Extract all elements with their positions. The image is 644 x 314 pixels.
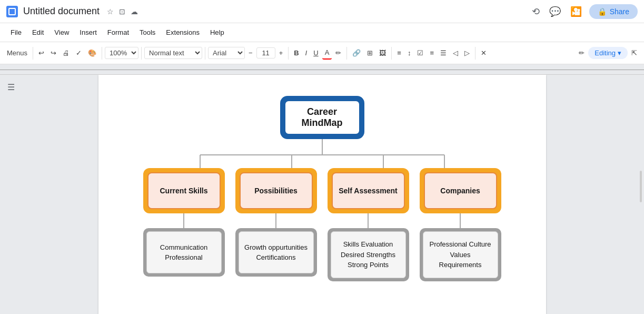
print-button[interactable]: 🖨 bbox=[60, 47, 72, 59]
root-connector-svg bbox=[138, 139, 507, 168]
branch-connector-0 bbox=[183, 213, 184, 228]
child-text-current-skills: CommunicationProfessional bbox=[160, 242, 207, 263]
align-button[interactable]: ≡ bbox=[394, 47, 404, 59]
image-button[interactable]: 🖼 bbox=[377, 47, 389, 59]
numbered-list-button[interactable]: ☰ bbox=[438, 47, 449, 59]
child-label-current-skills: CommunicationProfessional bbox=[146, 231, 222, 273]
zoom-select[interactable]: 100% bbox=[105, 47, 138, 59]
bold-button[interactable]: B bbox=[291, 47, 301, 59]
italic-button[interactable]: I bbox=[303, 47, 310, 59]
undo-button[interactable]: ↩ bbox=[36, 47, 47, 59]
branch-current-skills: Current Skills CommunicationProfessional bbox=[143, 168, 225, 277]
share-lock-icon: 🔒 bbox=[598, 7, 607, 16]
clear-format-button[interactable]: ✕ bbox=[478, 47, 489, 59]
app-icon bbox=[6, 6, 18, 17]
menu-edit[interactable]: Edit bbox=[28, 26, 48, 38]
edit-icon-button[interactable]: ✏ bbox=[576, 47, 587, 59]
menus-button[interactable]: Menus bbox=[4, 47, 30, 59]
parent-node-companies: Companies bbox=[420, 168, 501, 213]
doc-title: Untitled document bbox=[23, 6, 100, 17]
folder-icon[interactable]: ⊡ bbox=[119, 7, 125, 16]
font-select[interactable]: Arial bbox=[208, 47, 245, 59]
share-label: Share bbox=[610, 7, 629, 16]
divider-8 bbox=[475, 47, 475, 60]
menu-format[interactable]: Format bbox=[103, 26, 133, 38]
top-bar: Untitled document ☆ ⊡ ☁ ⟲ 💬 🎦 🔒 Share bbox=[0, 0, 644, 23]
divider-4 bbox=[205, 47, 205, 60]
style-select[interactable]: Normal text bbox=[144, 47, 202, 59]
font-size-input[interactable] bbox=[256, 47, 275, 58]
mindmap: Career MindMap bbox=[120, 91, 525, 281]
meet-button[interactable]: 🎦 bbox=[568, 4, 584, 19]
link-button[interactable]: 🔗 bbox=[350, 47, 363, 59]
divider-2 bbox=[102, 47, 102, 60]
font-increase-button[interactable]: + bbox=[276, 47, 286, 59]
child-label-self-assessment: Skills EvaluationDesired StrengthsStrong… bbox=[331, 231, 406, 278]
doc-page: Career MindMap bbox=[98, 75, 546, 314]
branch-connector-2 bbox=[368, 213, 369, 228]
table-button[interactable]: ⊞ bbox=[364, 47, 375, 59]
menu-bar: File Edit View Insert Format Tools Exten… bbox=[0, 23, 644, 42]
divider-3 bbox=[141, 47, 142, 60]
branch-possibilities: Possibilities Growth oppurtunitiesCertif… bbox=[235, 168, 317, 277]
menu-insert[interactable]: Insert bbox=[75, 26, 101, 38]
divider-6 bbox=[346, 47, 347, 60]
editing-label: Editing bbox=[595, 49, 616, 57]
text-color-button[interactable]: A bbox=[322, 46, 332, 60]
child-node-current-skills: CommunicationProfessional bbox=[143, 228, 225, 277]
menu-extensions[interactable]: Extensions bbox=[162, 26, 204, 38]
paint-format-button[interactable]: 🎨 bbox=[85, 47, 99, 59]
branch-connector-1 bbox=[275, 213, 276, 228]
child-node-companies: Professional CultureValuesRequirements bbox=[420, 228, 501, 281]
indent-decrease-button[interactable]: ◁ bbox=[450, 47, 461, 59]
branch-companies: Companies Professional CultureValuesRequ… bbox=[420, 168, 501, 281]
expand-button[interactable]: ⇱ bbox=[629, 47, 640, 59]
editing-mode-button[interactable]: Editing ▾ bbox=[588, 47, 628, 59]
menu-view[interactable]: View bbox=[50, 26, 73, 38]
ruler bbox=[0, 64, 644, 75]
comments-button[interactable]: 💬 bbox=[547, 4, 563, 19]
divider-5 bbox=[288, 47, 289, 60]
parent-label-possibilities: Possibilities bbox=[240, 172, 313, 209]
list-button[interactable]: ≡ bbox=[427, 47, 437, 59]
divider-7 bbox=[391, 47, 392, 60]
child-label-companies: Professional CultureValuesRequirements bbox=[423, 231, 498, 278]
menu-file[interactable]: File bbox=[6, 26, 26, 38]
highlight-button[interactable]: ✏ bbox=[333, 47, 344, 59]
parent-label-current-skills: Current Skills bbox=[147, 172, 221, 209]
menu-help[interactable]: Help bbox=[206, 26, 229, 38]
page-area: ☰ Career MindMap bbox=[0, 75, 644, 314]
root-node: Career MindMap bbox=[284, 100, 360, 135]
history-button[interactable]: ⟲ bbox=[530, 4, 542, 19]
checklist-button[interactable]: ☑ bbox=[414, 47, 426, 59]
underline-button[interactable]: U bbox=[311, 47, 321, 59]
outline-icon[interactable]: ☰ bbox=[5, 80, 17, 94]
parent-node-current-skills: Current Skills bbox=[143, 168, 225, 213]
top-right-actions: ⟲ 💬 🎦 🔒 Share bbox=[530, 4, 638, 19]
child-text-possibilities: Growth oppurtunitiesCertifications bbox=[244, 242, 308, 263]
child-text-companies: Professional CultureValuesRequirements bbox=[429, 239, 491, 270]
branch-self-assessment: Self Assessment Skills EvaluationDesired… bbox=[328, 168, 409, 281]
font-decrease-button[interactable]: − bbox=[246, 47, 255, 59]
root-line2: MindMap bbox=[302, 117, 343, 128]
share-button[interactable]: 🔒 Share bbox=[589, 4, 638, 19]
redo-button[interactable]: ↪ bbox=[48, 47, 59, 59]
app-icon-inner bbox=[8, 8, 16, 15]
child-node-self-assessment: Skills EvaluationDesired StrengthsStrong… bbox=[328, 228, 409, 281]
branch-connector-3 bbox=[460, 213, 461, 228]
child-node-possibilities: Growth oppurtunitiesCertifications bbox=[235, 228, 317, 277]
child-label-possibilities: Growth oppurtunitiesCertifications bbox=[239, 231, 314, 273]
scrollbar[interactable] bbox=[640, 171, 642, 202]
menu-tools[interactable]: Tools bbox=[135, 26, 160, 38]
line-spacing-button[interactable]: ↕ bbox=[405, 47, 414, 59]
indent-increase-button[interactable]: ▷ bbox=[462, 47, 472, 59]
divider-1 bbox=[33, 47, 33, 60]
editing-chevron-icon: ▾ bbox=[618, 49, 621, 57]
cloud-icon[interactable]: ☁ bbox=[131, 7, 138, 16]
parent-label-self-assessment: Self Assessment bbox=[332, 172, 405, 209]
toolbar: Menus ↩ ↪ 🖨 ✓ 🎨 100% Normal text Arial −… bbox=[0, 42, 644, 64]
spell-check-button[interactable]: ✓ bbox=[73, 47, 84, 59]
sidebar: ☰ bbox=[5, 80, 17, 94]
star-icon[interactable]: ☆ bbox=[107, 7, 114, 16]
ruler-line bbox=[0, 70, 644, 70]
